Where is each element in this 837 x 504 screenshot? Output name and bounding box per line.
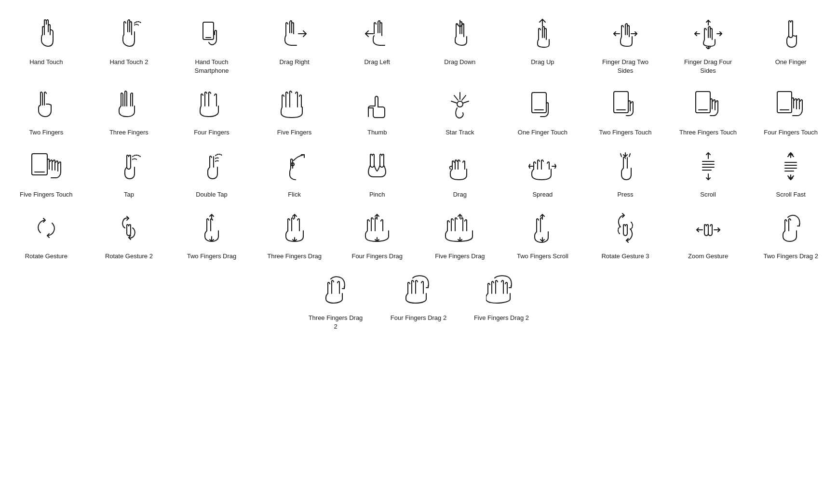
drag-left-label: Drag Left — [364, 58, 390, 66]
one-finger-icon — [771, 14, 810, 53]
svg-line-27 — [621, 154, 621, 157]
icon-four-fingers-touch: Four Fingers Touch — [749, 80, 832, 142]
svg-point-12 — [457, 101, 463, 107]
finger-drag-four-sides-label: Finger Drag Four Sides — [679, 58, 737, 75]
icon-drag-down: Drag Down — [418, 10, 501, 80]
row-2: Two Fingers Three Fingers — [5, 80, 832, 142]
row-3: Five Fingers Touch Tap — [5, 142, 832, 204]
last-row: Three Fingers Drag 2 Four Fingers Drag 2 — [5, 265, 832, 336]
icon-three-fingers-drag-2: Three Fingers Drag 2 — [294, 265, 377, 336]
finger-drag-two-sides-icon — [606, 14, 645, 53]
icon-tap: Tap — [88, 142, 171, 204]
drag-down-icon — [441, 14, 479, 53]
row-4: Rotate Gesture Rotate Gesture 2 — [5, 204, 832, 265]
hand-touch-icon — [27, 14, 66, 53]
icon-two-fingers-drag: Two Fingers Drag — [170, 204, 253, 265]
icon-one-finger-touch: One Finger Touch — [501, 80, 584, 142]
icon-four-fingers-drag-2: Four Fingers Drag 2 — [377, 265, 460, 336]
finger-drag-four-sides-icon — [689, 14, 728, 53]
svg-rect-0 — [203, 22, 214, 40]
drag-right-icon — [275, 14, 314, 53]
icon-one-finger: One Finger — [749, 10, 832, 80]
icon-four-fingers-drag: Four Fingers Drag — [336, 204, 418, 265]
icon-hand-touch: Hand Touch — [5, 10, 88, 80]
icon-drag-right: Drag Right — [253, 10, 336, 80]
icon-double-tap: Double Tap — [170, 142, 253, 204]
icon-five-fingers: Five Fingers — [253, 80, 336, 142]
icon-thumb: Thumb — [336, 80, 418, 142]
icon-two-fingers-scroll: Two Fingers Scroll — [501, 204, 584, 265]
icon-three-fingers-drag: Three Fingers Drag — [253, 204, 336, 265]
drag-up-label: Drag Up — [531, 58, 554, 66]
icon-five-fingers-drag: Five Fingers Drag — [418, 204, 501, 265]
hand-touch-smartphone-icon — [192, 14, 231, 53]
icon-flick: Flick — [253, 142, 336, 204]
icon-hand-touch-smartphone: Hand Touch Smartphone — [170, 10, 253, 80]
icon-finger-drag-two-sides: Finger Drag Two Sides — [584, 10, 667, 80]
drag-down-label: Drag Down — [444, 58, 475, 66]
hand-touch-2-icon — [109, 14, 148, 53]
icon-drag-up: Drag Up — [501, 10, 584, 80]
drag-left-icon — [358, 14, 396, 53]
icon-five-fingers-drag-2: Five Fingers Drag 2 — [460, 265, 543, 336]
icon-zoom-gesture: Zoom Gesture — [667, 204, 750, 265]
hand-touch-label: Hand Touch — [29, 58, 63, 66]
icon-pinch: Pinch — [336, 142, 418, 204]
finger-drag-two-sides-label: Finger Drag Two Sides — [596, 58, 654, 75]
icon-star-track: Star Track — [418, 80, 501, 142]
icon-three-fingers-touch: Three Fingers Touch — [667, 80, 750, 142]
hand-touch-2-label: Hand Touch 2 — [109, 58, 148, 66]
icon-spread: Spread — [501, 142, 584, 204]
row-1: Hand Touch Hand Touch 2 — [5, 10, 832, 80]
icon-drag-left: Drag Left — [336, 10, 418, 80]
icon-two-fingers-touch: Two Fingers Touch — [584, 80, 667, 142]
hand-touch-smartphone-label: Hand Touch Smartphone — [183, 58, 241, 75]
icon-scroll: Scroll — [667, 142, 750, 204]
icon-hand-touch-2: Hand Touch 2 — [88, 10, 171, 80]
icon-rotate-gesture: Rotate Gesture — [5, 204, 88, 265]
one-finger-label: One Finger — [775, 58, 807, 66]
icon-two-fingers-drag-2: Two Fingers Drag 2 — [749, 204, 832, 265]
svg-line-28 — [629, 154, 630, 157]
icon-finger-drag-four-sides: Finger Drag Four Sides — [667, 10, 750, 80]
icon-drag: Drag — [418, 142, 501, 204]
drag-right-label: Drag Right — [280, 58, 310, 66]
icon-press: Press — [584, 142, 667, 204]
icon-three-fingers: Three Fingers — [88, 80, 171, 142]
icon-rotate-gesture-2: Rotate Gesture 2 — [88, 204, 171, 265]
drag-up-icon — [523, 14, 562, 53]
icon-five-fingers-touch: Five Fingers Touch — [5, 142, 88, 204]
icon-four-fingers: Four Fingers — [170, 80, 253, 142]
icon-scroll-fast: Scroll Fast — [749, 142, 832, 204]
icon-two-fingers: Two Fingers — [5, 80, 88, 142]
icon-rotate-gesture-3: Rotate Gesture 3 — [584, 204, 667, 265]
